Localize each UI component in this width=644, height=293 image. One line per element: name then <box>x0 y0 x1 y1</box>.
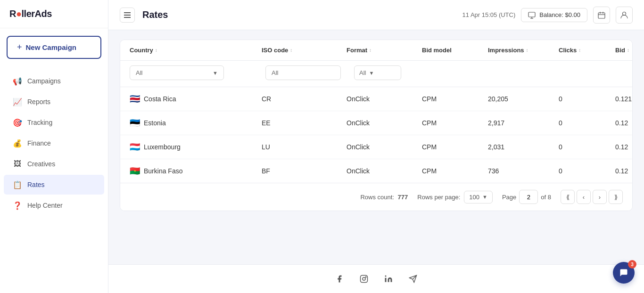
col-header-impressions[interactable]: Impressions ↕ <box>488 47 559 54</box>
linkedin-link[interactable] <box>381 271 396 286</box>
sidebar-item-help-center[interactable]: ❓ Help Center <box>4 195 104 215</box>
tracking-icon: 🎯 <box>13 118 22 127</box>
per-page-select[interactable]: 100 ▼ <box>464 191 493 203</box>
help-icon: ❓ <box>13 201 22 210</box>
country-cell: 🇧🇫 Burkina Faso <box>130 166 262 176</box>
logo: R●llerAds <box>9 8 99 19</box>
svg-point-14 <box>385 276 387 277</box>
iso-code-cell: EE <box>262 119 347 127</box>
page-input[interactable] <box>519 190 538 204</box>
sidebar-item-creatives[interactable]: 🖼 Creatives <box>4 154 104 174</box>
iso-code-cell: LU <box>262 143 347 151</box>
clicks-cell: 0 <box>559 143 615 151</box>
facebook-link[interactable] <box>332 271 347 286</box>
country-flag: 🇪🇪 <box>130 118 140 128</box>
calendar-button[interactable] <box>593 7 610 24</box>
table-row: 🇪🇪 Estonia EE OnClick CPM 2,917 0 0.12 <box>120 111 632 135</box>
calendar-icon <box>598 11 605 19</box>
bid-model-cell: CPM <box>422 167 488 175</box>
bid-model-cell: CPM <box>422 95 488 103</box>
clicks-cell: 0 <box>559 95 615 103</box>
sort-icon-iso: ↕ <box>290 48 292 53</box>
first-page-button[interactable]: ⟪ <box>561 190 575 204</box>
main-content: Rates 11 Apr 15:05 (UTC) Balance: $0.00 <box>108 0 644 293</box>
col-header-iso[interactable]: ISO code ↕ <box>262 47 347 54</box>
rates-table-container: Country ↕ ISO code ↕ Format ↕ Bid model … <box>120 40 633 211</box>
svg-rect-2 <box>124 17 131 18</box>
format-filter-chevron: ▼ <box>369 70 374 76</box>
sidebar: R●llerAds + New Campaign 📢 Campaigns 📈 R… <box>0 0 108 293</box>
instagram-link[interactable] <box>356 271 372 286</box>
sidebar-item-reports[interactable]: 📈 Reports <box>4 92 104 112</box>
datetime-display: 11 Apr 15:05 (UTC) <box>462 11 516 18</box>
country-name: Costa Rica <box>144 95 176 103</box>
menu-toggle-button[interactable] <box>120 8 135 23</box>
sidebar-label-rates: Rates <box>27 181 45 188</box>
iso-code-cell: BF <box>262 167 347 175</box>
finance-icon: 💰 <box>13 139 22 147</box>
col-header-format[interactable]: Format ↕ <box>347 47 422 54</box>
sidebar-label-tracking: Tracking <box>27 119 52 126</box>
chat-button[interactable]: 3 <box>613 262 635 284</box>
sidebar-label-reports: Reports <box>27 98 50 106</box>
bid-cell: 0.12 <box>615 167 633 175</box>
rows-per-page-control: Rows per page: 100 ▼ <box>417 191 493 203</box>
country-cell: 🇪🇪 Estonia <box>130 118 262 128</box>
clicks-cell: 0 <box>559 167 615 175</box>
new-campaign-button[interactable]: + New Campaign <box>7 36 101 59</box>
new-campaign-label: New Campaign <box>26 43 77 51</box>
svg-rect-1 <box>124 15 131 16</box>
instagram-icon <box>360 275 368 283</box>
country-name: Luxembourg <box>144 143 181 151</box>
col-header-bid[interactable]: Bid ↕ <box>615 47 633 54</box>
format-cell: OnClick <box>347 95 422 103</box>
telegram-link[interactable] <box>405 271 421 286</box>
country-flag: 🇧🇫 <box>130 166 140 176</box>
sidebar-item-rates[interactable]: 📋 Rates <box>4 175 104 195</box>
bid-cell: 0.121 <box>615 95 633 103</box>
reports-icon: 📈 <box>13 98 22 106</box>
table-row: 🇨🇷 Costa Rica CR OnClick CPM 20,205 0 0.… <box>120 87 632 111</box>
hamburger-icon <box>124 12 131 18</box>
next-page-button[interactable]: › <box>593 190 607 204</box>
bid-cell: 0.12 <box>615 119 633 127</box>
country-name: Estonia <box>144 119 166 127</box>
sidebar-label-campaigns: Campaigns <box>27 77 61 85</box>
clicks-cell: 0 <box>559 119 615 127</box>
page-info: Page of 8 <box>502 190 551 204</box>
bottom-bar <box>108 264 644 293</box>
format-cell: OnClick <box>347 167 422 175</box>
svg-point-12 <box>363 277 365 280</box>
country-flag: 🇱🇺 <box>130 142 140 152</box>
sidebar-item-tracking[interactable]: 🎯 Tracking <box>4 113 104 132</box>
sidebar-label-creatives: Creatives <box>27 160 55 168</box>
impressions-cell: 20,205 <box>488 95 559 103</box>
content-area: Country ↕ ISO code ↕ Format ↕ Bid model … <box>108 30 644 264</box>
sidebar-item-campaigns[interactable]: 📢 Campaigns <box>4 71 104 91</box>
col-header-country[interactable]: Country ↕ <box>130 47 262 54</box>
user-button[interactable] <box>616 7 633 24</box>
last-page-button[interactable]: ⟫ <box>609 190 623 204</box>
plus-icon: + <box>17 42 22 52</box>
country-flag: 🇨🇷 <box>130 94 140 104</box>
balance-value: Balance: $0.00 <box>539 11 580 18</box>
format-filter[interactable]: All ▼ <box>354 65 401 80</box>
creatives-icon: 🖼 <box>13 160 22 168</box>
campaigns-icon: 📢 <box>13 77 22 85</box>
impressions-cell: 2,031 <box>488 143 559 151</box>
country-filter[interactable]: All ▼ <box>130 65 224 80</box>
col-header-bid-model[interactable]: Bid model <box>422 47 488 54</box>
bid-cell: 0.12 <box>615 143 633 151</box>
table-footer: Rows count: 777 Rows per page: 100 ▼ Pag… <box>120 183 632 211</box>
chat-badge: 3 <box>628 260 636 269</box>
col-header-clicks[interactable]: Clicks ↕ <box>559 47 615 54</box>
sort-icon-country: ↕ <box>155 48 157 53</box>
prev-page-button[interactable]: ‹ <box>577 190 591 204</box>
sidebar-item-finance[interactable]: 💰 Finance <box>4 133 104 153</box>
iso-filter[interactable]: All <box>265 65 341 80</box>
sort-icon-clicks: ↕ <box>578 48 581 53</box>
telegram-icon <box>409 275 417 283</box>
sort-icon-bid: ↕ <box>627 48 629 53</box>
sort-icon-impressions: ↕ <box>526 48 528 53</box>
sidebar-label-finance: Finance <box>27 139 51 147</box>
